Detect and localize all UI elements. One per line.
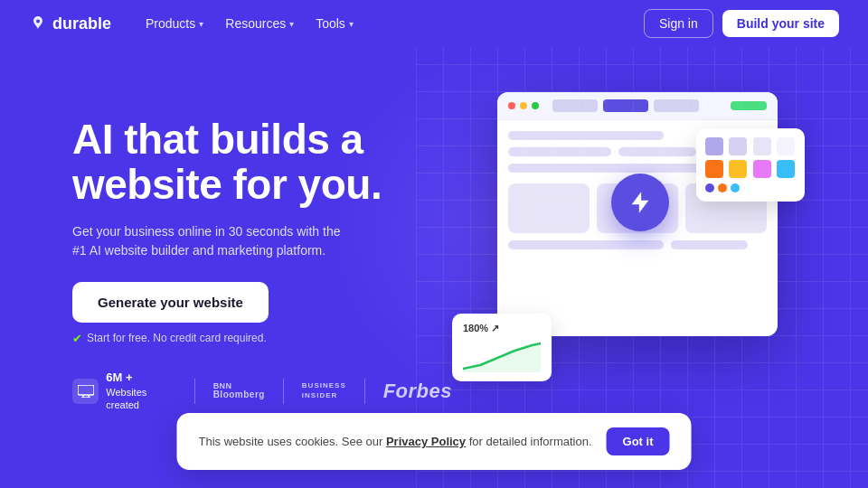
hero-title: AI that builds a website for you. (72, 117, 452, 208)
cookie-banner: This website uses cookies. See our Priva… (177, 413, 692, 470)
logo-text: durable (52, 14, 111, 33)
palette-swatch (729, 160, 747, 178)
generate-website-button[interactable]: Generate your website (72, 282, 269, 323)
content-bar (671, 240, 749, 249)
press-logos: 6M + Websites created BNN Bloomberg BUSI… (72, 371, 452, 411)
hero-illustration: 180% ↗ (434, 56, 832, 454)
build-site-button[interactable]: Build your site (722, 10, 839, 37)
palette-card (696, 128, 805, 202)
signin-button[interactable]: Sign in (644, 9, 713, 38)
svg-point-0 (36, 20, 40, 23)
palette-swatch (753, 160, 771, 178)
press-bloomberg: BNN Bloomberg (213, 382, 265, 399)
hero-section: AI that builds a website for you. Get yo… (0, 47, 868, 463)
browser-tab-active (603, 99, 648, 112)
content-bar (508, 164, 715, 173)
palette-swatch (777, 160, 795, 178)
palette-swatch (753, 137, 771, 155)
press-forbes: Forbes (383, 380, 452, 403)
free-note: ✔ Start for free. No credit card require… (72, 332, 452, 345)
press-divider3 (364, 379, 365, 404)
hero-text: AI that builds a website for you. Get yo… (72, 117, 452, 412)
svg-rect-1 (78, 385, 94, 395)
lightning-icon-circle (611, 174, 669, 231)
palette-swatch (777, 137, 795, 155)
dot-green (532, 102, 539, 109)
press-divider (194, 379, 195, 404)
websites-stat: 6M + Websites created (72, 371, 176, 411)
dot-yellow (520, 102, 527, 109)
nav-links: Products ▾ Resources ▾ Tools ▾ (137, 11, 363, 36)
chevron-down-icon: ▾ (289, 19, 294, 29)
content-bar (508, 131, 664, 140)
browser-titlebar (497, 92, 778, 120)
lightning-icon (627, 190, 653, 215)
press-divider2 (283, 379, 284, 404)
palette-swatch (705, 137, 723, 155)
browser-tabs (552, 99, 699, 112)
palette-grid (705, 137, 796, 178)
logo-icon (29, 14, 47, 33)
palette-dot-purple (705, 183, 714, 192)
chevron-down-icon: ▾ (199, 19, 203, 29)
check-icon: ✔ (72, 332, 82, 345)
stats-card: 180% ↗ (452, 314, 552, 381)
stats-label: 180% ↗ (463, 323, 541, 334)
cookie-text: This website uses cookies. See our Priva… (199, 435, 592, 448)
monitor-icon (72, 379, 99, 404)
green-bar (731, 101, 767, 110)
browser-tab2 (654, 99, 699, 112)
palette-dots (705, 183, 796, 192)
content-row-4 (508, 240, 767, 249)
palette-dot-orange (718, 183, 727, 192)
nav-products[interactable]: Products ▾ (137, 11, 212, 36)
nav-tools[interactable]: Tools ▾ (307, 11, 363, 36)
content-bar (618, 147, 696, 156)
palette-swatch (729, 137, 747, 155)
nav-left: durable Products ▾ Resources ▾ Tools ▾ (29, 11, 363, 36)
palette-swatch (705, 160, 723, 178)
stats-graph (463, 340, 541, 372)
grid-card (508, 183, 590, 233)
logo[interactable]: durable (29, 14, 111, 33)
content-bar (508, 240, 664, 249)
hero-subtitle: Get your business online in 30 seconds w… (72, 222, 344, 260)
nav-right: Sign in Build your site (644, 9, 839, 38)
dot-red (508, 102, 515, 109)
privacy-policy-link[interactable]: Privacy Policy (386, 435, 466, 448)
browser-tab (552, 99, 598, 112)
chevron-down-icon: ▾ (349, 19, 354, 29)
stat-text: 6M + Websites created (106, 371, 175, 411)
palette-dot-blue (731, 183, 740, 192)
press-insider: BUSINESSINSIDER (302, 381, 346, 400)
got-it-button[interactable]: Got it (607, 427, 670, 455)
nav-resources[interactable]: Resources ▾ (216, 11, 303, 36)
content-bar (508, 147, 611, 156)
navbar: durable Products ▾ Resources ▾ Tools ▾ S… (0, 0, 868, 47)
